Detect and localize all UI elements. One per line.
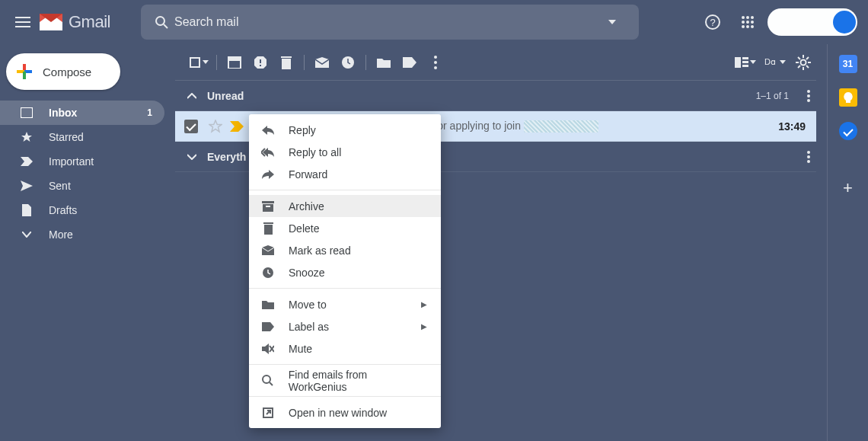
caret-down-icon [750, 60, 756, 64]
redacted-text [524, 120, 598, 133]
trash-icon [261, 222, 275, 235]
tasks-addon[interactable] [839, 122, 857, 140]
ctx-mark-read[interactable]: Mark as read [249, 239, 441, 261]
select-all-button[interactable] [186, 50, 212, 75]
compose-button[interactable]: Compose [6, 53, 120, 90]
calendar-addon[interactable]: 31 [839, 55, 857, 73]
svg-line-36 [806, 57, 809, 59]
svg-point-22 [434, 61, 437, 64]
section-more-button[interactable] [807, 151, 810, 163]
ctx-open-new-window[interactable]: Open in new window [249, 401, 441, 423]
sidebar-item-label: Starred [49, 131, 84, 143]
report-spam-button[interactable] [247, 50, 273, 75]
apps-button[interactable] [732, 7, 763, 37]
avatar [833, 11, 856, 34]
svg-rect-25 [742, 57, 748, 59]
compose-label: Compose [43, 66, 91, 78]
sidebar-item-drafts[interactable]: Drafts [0, 198, 164, 222]
svg-rect-17 [260, 65, 261, 66]
section-unread[interactable]: Unread 1–1 of 1 [175, 81, 816, 111]
folder-move-icon [261, 300, 275, 309]
star-outline-icon [209, 120, 222, 133]
search-input[interactable] [174, 15, 608, 29]
svg-line-35 [798, 66, 800, 68]
svg-point-0 [156, 17, 164, 25]
svg-point-42 [807, 160, 810, 163]
sidebar-item-inbox[interactable]: Inbox 1 [0, 101, 164, 125]
important-marker[interactable] [230, 121, 244, 132]
star-button[interactable] [209, 120, 222, 133]
section-label: Everyth [207, 151, 246, 163]
svg-line-1 [164, 24, 168, 28]
caret-down-icon [608, 20, 616, 24]
ctx-archive[interactable]: Archive [249, 195, 441, 217]
mail-time: 13:49 [778, 120, 806, 133]
keep-addon[interactable] [839, 88, 857, 107]
main-menu-button[interactable] [5, 4, 41, 40]
submenu-arrow-icon: ▶ [421, 322, 427, 331]
sidebar-item-sent[interactable]: Sent [0, 174, 164, 198]
sidebar-item-more[interactable]: More [0, 222, 164, 247]
sidebar-item-label: Sent [49, 180, 71, 192]
svg-rect-46 [264, 225, 273, 235]
row-checkbox[interactable] [184, 120, 198, 133]
snooze-button[interactable] [335, 50, 361, 75]
more-vert-icon [434, 56, 437, 69]
svg-line-33 [798, 57, 800, 59]
label-icon [261, 322, 275, 331]
ctx-label-as[interactable]: Label as▶ [249, 315, 441, 337]
ctx-reply-all[interactable]: Reply to all [249, 141, 441, 163]
svg-point-39 [807, 99, 810, 102]
sidebar-item-important[interactable]: Important [0, 149, 164, 174]
svg-point-4 [742, 16, 745, 19]
archive-button[interactable] [222, 50, 247, 75]
product-logo[interactable]: Gmail [40, 12, 110, 32]
split-pane-button[interactable] [732, 50, 758, 75]
svg-point-8 [746, 21, 749, 24]
ctx-snooze[interactable]: Snooze [249, 261, 441, 283]
section-more-button[interactable] [807, 90, 810, 102]
svg-rect-26 [742, 61, 748, 63]
labels-button[interactable] [397, 50, 423, 75]
folder-move-icon [377, 57, 391, 68]
svg-point-11 [746, 25, 749, 28]
get-addons-button[interactable]: + [843, 178, 853, 198]
forward-icon [261, 170, 275, 179]
svg-point-9 [751, 21, 754, 24]
svg-rect-27 [742, 65, 748, 67]
support-button[interactable]: ? [697, 7, 728, 37]
more-actions-button[interactable] [423, 50, 448, 75]
ctx-move-to[interactable]: Move to▶ [249, 293, 441, 315]
ctx-delete[interactable]: Delete [249, 217, 441, 239]
svg-rect-18 [282, 59, 291, 69]
input-tools-label: Dɑ [764, 57, 777, 67]
mail-open-icon [261, 245, 275, 255]
mute-icon [261, 344, 275, 354]
input-tools-button[interactable]: Dɑ [760, 50, 789, 75]
sidebar-item-starred[interactable]: Starred [0, 125, 164, 149]
ctx-find-from[interactable]: Find emails from WorkGenius [249, 369, 441, 391]
svg-point-38 [807, 94, 810, 97]
delete-button[interactable] [273, 50, 299, 75]
search-options-button[interactable] [608, 20, 631, 24]
caret-down-icon [203, 60, 209, 64]
inbox-icon [20, 107, 34, 118]
search-bar[interactable] [141, 5, 639, 40]
sidebar-item-label: Inbox [49, 107, 77, 119]
account-button[interactable] [767, 8, 857, 36]
plus-icon [17, 64, 32, 79]
inbox-count: 1 [147, 107, 152, 118]
clock-icon [261, 267, 275, 279]
apps-grid-icon [741, 15, 755, 29]
section-label: Unread [207, 90, 244, 102]
ctx-mute[interactable]: Mute [249, 337, 441, 360]
ctx-forward[interactable]: Forward [249, 163, 441, 185]
svg-rect-15 [228, 60, 241, 69]
settings-button[interactable] [790, 50, 816, 75]
help-icon: ? [704, 14, 721, 30]
mark-read-button[interactable] [309, 50, 335, 75]
trash-icon [281, 56, 292, 69]
svg-rect-44 [263, 204, 273, 212]
ctx-reply[interactable]: Reply [249, 119, 441, 141]
move-to-button[interactable] [371, 50, 397, 75]
